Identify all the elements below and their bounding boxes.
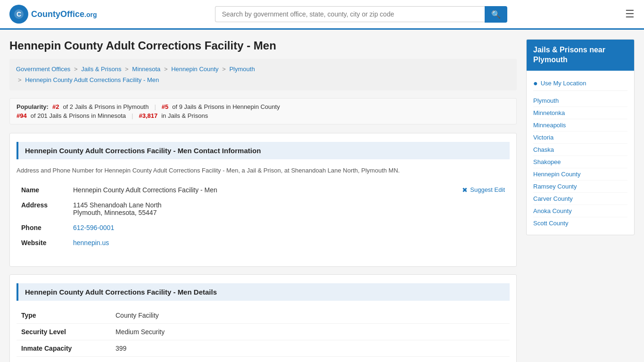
contact-website-row: Website hennepin.us bbox=[17, 235, 510, 250]
breadcrumb-link-hennepin[interactable]: Hennepin County bbox=[171, 66, 218, 73]
website-value-cell: hennepin.us bbox=[68, 235, 510, 250]
rank3-badge: #94 bbox=[17, 112, 27, 119]
breadcrumb-sep: > bbox=[74, 66, 79, 73]
search-bar: 🔍 bbox=[215, 6, 507, 23]
main-content: Hennepin County Adult Corrections Facili… bbox=[9, 39, 517, 362]
security-value: Medium Security bbox=[111, 323, 510, 340]
breadcrumb-sep: > bbox=[18, 76, 23, 83]
sidebar-link-plymouth[interactable]: Plymouth bbox=[533, 95, 627, 107]
sidebar-link-minneapolis[interactable]: Minneapolis bbox=[533, 119, 627, 132]
contact-info-table: Name Hennepin County Adult Corrections F… bbox=[17, 182, 510, 250]
phone-label: Phone bbox=[17, 220, 68, 235]
breadcrumb-sep: > bbox=[125, 66, 130, 73]
sidebar-link-minnetonka[interactable]: Minnetonka bbox=[533, 107, 627, 119]
address-label: Address bbox=[17, 197, 68, 220]
type-label: Type bbox=[17, 307, 111, 324]
sidebar: Jails & Prisons near Plymouth ● Use My L… bbox=[526, 39, 635, 362]
rank2-text: of 9 Jails & Prisons in Hennepin County bbox=[172, 103, 280, 110]
website-label: Website bbox=[17, 235, 68, 250]
suggest-edit-label: Suggest Edit bbox=[470, 186, 505, 193]
use-location-label: Use My Location bbox=[541, 80, 586, 87]
address-line2: Plymouth, Minnesota, 55447 bbox=[73, 209, 505, 216]
facility-name: Hennepin County Adult Corrections Facili… bbox=[73, 186, 217, 194]
sidebar-link-chaska[interactable]: Chaska bbox=[533, 144, 627, 156]
sidebar-link-shakopee[interactable]: Shakopee bbox=[533, 156, 627, 168]
contact-section-header: Hennepin County Adult Corrections Facili… bbox=[17, 142, 510, 159]
breadcrumb-link-mn[interactable]: Minnesota bbox=[132, 66, 160, 73]
location-pin-icon: ● bbox=[533, 79, 538, 88]
page-title: Hennepin County Adult Corrections Facili… bbox=[9, 39, 517, 52]
site-header: C CountyOffice.org 🔍 ☰ bbox=[0, 0, 644, 30]
sidebar-body: ● Use My Location Plymouth Minnetonka Mi… bbox=[527, 71, 634, 235]
rank4-text: in Jails & Prisons bbox=[161, 112, 208, 119]
address-value: 1145 Shenandoah Lane North Plymouth, Min… bbox=[68, 197, 510, 220]
popularity-bar: Popularity: #2 of 2 Jails & Prisons in P… bbox=[9, 98, 517, 124]
sidebar-link-hennepin[interactable]: Hennepin County bbox=[533, 168, 627, 181]
breadcrumb-link-plymouth[interactable]: Plymouth bbox=[229, 66, 255, 73]
capacity-label: Inmate Capacity bbox=[17, 340, 111, 356]
rank4-badge: #3,817 bbox=[139, 112, 157, 119]
logo-icon: C bbox=[9, 5, 28, 24]
rank1-badge: #2 bbox=[52, 103, 59, 110]
website-link[interactable]: hennepin.us bbox=[73, 239, 109, 247]
menu-icon[interactable]: ☰ bbox=[625, 8, 635, 20]
rank2-badge: #5 bbox=[162, 103, 168, 110]
sidebar-link-scott[interactable]: Scott County bbox=[533, 217, 627, 229]
divider1: | bbox=[154, 103, 156, 110]
logo-text: CountyOffice.org bbox=[31, 9, 97, 19]
breadcrumb-link-current[interactable]: Hennepin County Adult Corrections Facili… bbox=[25, 76, 159, 83]
suggest-edit-link[interactable]: ✖ Suggest Edit bbox=[462, 186, 505, 194]
contact-phone-row: Phone 612-596-0001 bbox=[17, 220, 510, 235]
breadcrumb-sep: > bbox=[164, 66, 169, 73]
breadcrumb-link-jails[interactable]: Jails & Prisons bbox=[81, 66, 121, 73]
popularity-label: Popularity: bbox=[17, 103, 49, 110]
phone-value-cell: 612-596-0001 bbox=[68, 220, 510, 235]
phone-link[interactable]: 612-596-0001 bbox=[73, 224, 114, 231]
contact-description: Address and Phone Number for Hennepin Co… bbox=[17, 166, 510, 176]
sidebar-link-carver[interactable]: Carver County bbox=[533, 193, 627, 205]
contact-section: Hennepin County Adult Corrections Facili… bbox=[9, 133, 517, 267]
edit-icon: ✖ bbox=[462, 186, 468, 194]
breadcrumb: Government Offices > Jails & Prisons > M… bbox=[9, 59, 517, 90]
capacity-value: 399 bbox=[111, 340, 510, 356]
sidebar-link-anoka[interactable]: Anoka County bbox=[533, 205, 627, 217]
breadcrumb-link-gov[interactable]: Government Offices bbox=[16, 66, 70, 73]
details-capacity-row: Inmate Capacity 399 bbox=[17, 340, 510, 356]
security-label: Security Level bbox=[17, 323, 111, 340]
page-wrap: Hennepin County Adult Corrections Facili… bbox=[0, 30, 644, 362]
sidebar-link-victoria[interactable]: Victoria bbox=[533, 132, 627, 144]
type-value: County Facility bbox=[111, 307, 510, 324]
details-table: Type County Facility Security Level Medi… bbox=[17, 307, 510, 357]
details-section: Hennepin County Adult Corrections Facili… bbox=[9, 274, 517, 362]
address-line1: 1145 Shenandoah Lane North bbox=[73, 201, 505, 209]
rank3-text: of 201 Jails & Prisons in Minnesota bbox=[31, 112, 126, 119]
details-type-row: Type County Facility bbox=[17, 307, 510, 324]
search-icon: 🔍 bbox=[491, 10, 501, 18]
divider2: | bbox=[132, 112, 133, 119]
details-security-row: Security Level Medium Security bbox=[17, 323, 510, 340]
sidebar-title: Jails & Prisons near Plymouth bbox=[527, 40, 634, 71]
logo[interactable]: C CountyOffice.org bbox=[9, 5, 97, 24]
sidebar-box: Jails & Prisons near Plymouth ● Use My L… bbox=[526, 39, 635, 235]
name-label: Name bbox=[17, 182, 68, 197]
search-input[interactable] bbox=[215, 6, 485, 22]
breadcrumb-sep: > bbox=[222, 66, 227, 73]
details-section-header: Hennepin County Adult Corrections Facili… bbox=[17, 283, 510, 301]
svg-text:C: C bbox=[17, 10, 21, 18]
search-button[interactable]: 🔍 bbox=[485, 6, 507, 23]
rank1-text: of 2 Jails & Prisons in Plymouth bbox=[63, 103, 149, 110]
contact-name-row: Name Hennepin County Adult Corrections F… bbox=[17, 182, 510, 197]
contact-address-row: Address 1145 Shenandoah Lane North Plymo… bbox=[17, 197, 510, 220]
name-value-cell: Hennepin County Adult Corrections Facili… bbox=[68, 182, 510, 197]
use-location-link[interactable]: ● Use My Location bbox=[533, 76, 627, 91]
sidebar-link-ramsey[interactable]: Ramsey County bbox=[533, 181, 627, 193]
